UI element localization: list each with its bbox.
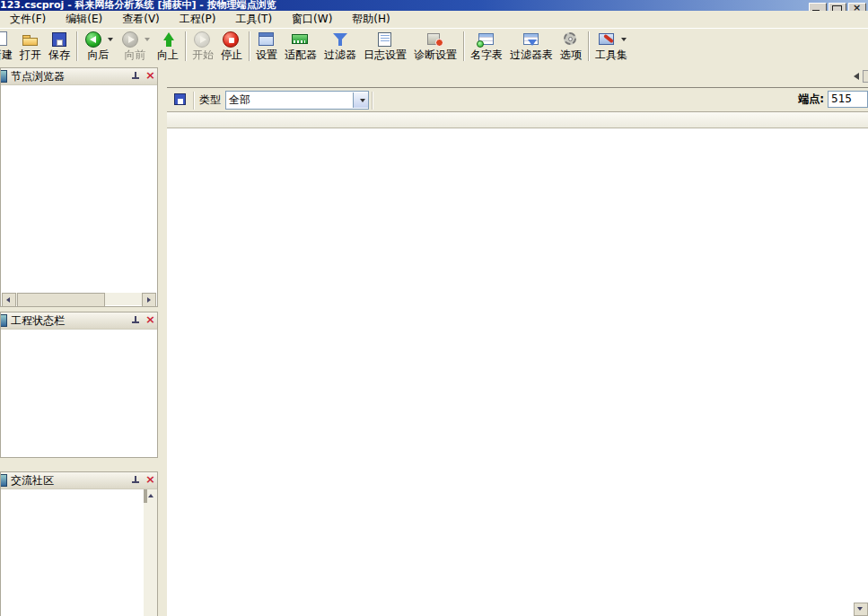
toolbar-button-15[interactable]: 诊断设置 — [410, 30, 460, 62]
dock-splitter[interactable] — [158, 66, 167, 616]
toolbar-button-17[interactable]: 名字表 — [467, 30, 506, 62]
menu-item-3[interactable]: 工程(P) — [170, 12, 226, 27]
separator — [193, 92, 194, 110]
panel-icon — [0, 474, 7, 487]
toolbar-separator — [588, 31, 589, 61]
window-title: 123.cscproj - 科来网络分析系统 [捕获中] - 按物理端点浏览 — [0, 0, 868, 11]
toolbar-button-8[interactable]: 开始 — [189, 30, 217, 62]
toolbar-button-label: 工具集 — [595, 48, 627, 62]
pin-icon[interactable] — [131, 72, 140, 81]
menu-item-1[interactable]: 编辑(E) — [56, 12, 112, 27]
chevron-down-icon — [621, 38, 627, 41]
toolset-icon — [597, 31, 618, 48]
node-browser-panel: 节点浏览器 — [0, 67, 158, 307]
menu-item-0[interactable]: 文件(F) — [0, 12, 56, 27]
scroll-up-icon[interactable] — [144, 489, 145, 503]
toolbar-button-label: 过滤器表 — [510, 48, 553, 62]
log-settings-icon — [374, 31, 396, 48]
toolbar-button-label: 开始 — [192, 48, 214, 62]
toolbar-button-19[interactable]: 选项 — [557, 30, 585, 62]
open-folder-icon — [20, 31, 41, 48]
close-icon[interactable] — [145, 72, 154, 82]
community-panel: 交流社区 — [0, 471, 158, 616]
endpoint-filter-bar: 类型 全部 端点: 515 — [167, 88, 868, 113]
toolbar-button-2[interactable]: 保存 — [45, 30, 74, 62]
pin-icon[interactable] — [131, 476, 140, 485]
chevron-down-icon — [145, 38, 150, 41]
settings-icon — [256, 31, 277, 48]
menu-item-6[interactable]: 帮助(H) — [342, 12, 399, 27]
type-label: 类型 — [199, 92, 221, 108]
toolbar-button-1[interactable]: 打开 — [16, 30, 45, 62]
scroll-down-icon[interactable] — [854, 603, 868, 616]
node-browser-header: 节点浏览器 — [1, 68, 157, 85]
toolbar-button-13[interactable]: 过滤器 — [320, 30, 360, 62]
endpoint-count-label: 端点: — [798, 92, 824, 107]
close-icon[interactable] — [145, 476, 154, 486]
window-buttons — [809, 3, 866, 11]
scroll-right-icon[interactable] — [142, 293, 156, 307]
menu-item-5[interactable]: 窗口(W) — [282, 12, 342, 27]
toolbar-button-18[interactable]: 过滤器表 — [506, 30, 557, 62]
toolbar-separator — [76, 31, 77, 61]
toolbar-button-21[interactable]: 工具集 — [592, 30, 631, 62]
toolbar: 新建打开保存向后向前向上开始停止设置适配器过滤器日志设置诊断设置名字表过滤器表选… — [0, 29, 868, 66]
combobox-dropdown-button[interactable] — [353, 92, 368, 108]
menu-bar: 文件(F)编辑(E)查看(V)工程(P)工具(T)窗口(W)帮助(H) — [0, 11, 868, 29]
tab-scroll-buttons[interactable] — [854, 70, 866, 83]
toolbar-button-0[interactable]: 新建 — [0, 30, 16, 62]
community-header: 交流社区 — [1, 472, 157, 489]
toolbar-button-14[interactable]: 日志设置 — [360, 30, 410, 62]
tab-scroll-left-icon[interactable] — [854, 73, 859, 80]
title-bar: 123.cscproj - 科来网络分析系统 [捕获中] - 按物理端点浏览 — [0, 0, 868, 11]
toolbar-button-9[interactable]: 停止 — [217, 30, 246, 62]
back-icon — [83, 31, 105, 48]
scrollbar-thumb[interactable] — [145, 489, 147, 503]
tab-scroll-right-icon[interactable] — [863, 70, 868, 83]
menu-item-4[interactable]: 工具(T) — [225, 12, 282, 27]
close-icon[interactable] — [848, 3, 866, 11]
save-floppy-icon — [48, 31, 70, 48]
community-title: 交流社区 — [11, 473, 131, 488]
scroll-left-icon[interactable] — [2, 293, 16, 307]
filter-table-icon — [521, 31, 542, 48]
scrollbar-thumb[interactable] — [17, 293, 105, 307]
toolbar-button-label: 设置 — [256, 48, 277, 62]
up-icon — [157, 31, 179, 48]
chevron-down-icon — [360, 99, 365, 102]
toolbar-button-label: 新建 — [0, 48, 13, 62]
maximize-icon[interactable] — [829, 3, 846, 11]
minimize-icon[interactable] — [809, 3, 827, 11]
toolbar-button-label: 停止 — [221, 48, 242, 62]
vertical-scrollbar[interactable] — [144, 489, 157, 616]
toolbar-button-label: 选项 — [560, 48, 582, 62]
horizontal-scrollbar[interactable] — [2, 293, 156, 305]
left-dock: 节点浏览器 工程状态栏 交流社区 — [0, 66, 158, 616]
separator — [372, 92, 373, 110]
toolbar-button-12[interactable]: 适配器 — [281, 30, 320, 62]
node-tree — [1, 85, 157, 295]
toolbar-button-label: 适配器 — [285, 48, 317, 62]
save-view-icon[interactable] — [172, 92, 189, 108]
toolbar-button-label: 向前 — [125, 48, 146, 62]
project-status-header: 工程状态栏 — [1, 312, 157, 330]
node-browser-title: 节点浏览器 — [11, 69, 131, 84]
diagnosis-settings-icon — [425, 31, 446, 48]
toolbar-button-5[interactable]: 向前 — [117, 30, 153, 62]
menu-item-2[interactable]: 查看(V) — [112, 12, 170, 27]
toolbar-button-label: 名字表 — [470, 48, 503, 62]
table-body — [167, 128, 868, 616]
panel-icon — [0, 314, 7, 327]
toolbar-button-6[interactable]: 向上 — [153, 30, 182, 62]
pin-icon[interactable] — [131, 316, 140, 325]
forward-icon — [120, 31, 142, 48]
project-status-panel: 工程状态栏 — [0, 312, 158, 458]
name-table-icon — [476, 31, 497, 48]
toolbar-button-4[interactable]: 向后 — [80, 30, 117, 62]
close-icon[interactable] — [145, 316, 154, 326]
toolbar-button-label: 保存 — [48, 48, 70, 62]
toolbar-button-11[interactable]: 设置 — [252, 30, 281, 62]
toolbar-button-label: 向后 — [88, 48, 110, 62]
toolbar-button-label: 过滤器 — [324, 48, 356, 62]
type-combobox[interactable]: 全部 — [225, 91, 369, 110]
